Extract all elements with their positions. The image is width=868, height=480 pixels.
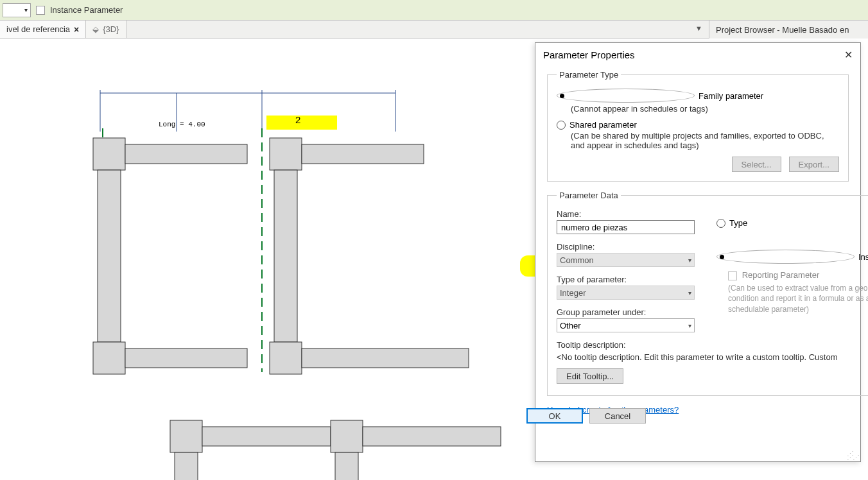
chevron-down-icon: ▾ [688,289,691,296]
svg-rect-18 [175,452,198,480]
discipline-select[interactable]: Common▾ [557,253,695,267]
project-browser-title: Project Browser - Muelle Basado en [716,25,849,35]
chevron-down-icon: ▾ [688,257,691,264]
parameter-type-group: Parameter Type Family parameter (Cannot … [547,70,849,182]
instance-radio[interactable] [716,250,855,264]
view-dropdown-caret[interactable]: ▼ [695,24,702,32]
discipline-value: Common [560,255,594,265]
resize-grip-icon[interactable]: ⋰⋰⋰ [847,452,858,459]
tab-close-icon[interactable]: × [74,24,79,35]
group-value: Other [560,321,581,330]
svg-rect-22 [363,427,501,446]
svg-rect-11 [125,348,247,368]
canvas-count-label: 2 [295,114,300,125]
svg-rect-13 [274,170,297,342]
dialog-title: Parameter Properties [543,49,635,60]
family-parameter-sub: (Cannot appear in schedules or tags) [571,104,839,114]
shared-parameter-label: Shared parameter [569,120,637,130]
svg-rect-20 [331,420,363,452]
select-button[interactable]: Select... [732,157,781,172]
shared-parameter-radio[interactable] [557,121,566,130]
reporting-sub: (Can be used to extract value from a geo… [728,283,868,315]
svg-rect-19 [202,427,331,446]
name-input[interactable] [557,220,695,234]
svg-rect-9 [125,144,247,164]
group-select[interactable]: Other▾ [557,318,695,332]
parameter-type-legend: Parameter Type [557,70,621,80]
tab-label: {3D} [103,24,119,34]
edit-tooltip-button[interactable]: Edit Tooltip... [557,368,623,384]
chevron-down-icon: ▾ [688,322,691,329]
ribbon-bar: ▾ Instance Parameter [0,0,868,21]
ok-button[interactable]: OK [526,408,583,424]
svg-rect-17 [170,420,202,452]
export-button[interactable]: Export... [789,157,839,172]
typeparam-value: Integer [560,288,586,298]
reporting-label: Reporting Parameter [742,270,820,280]
close-icon[interactable]: ✕ [844,49,853,61]
instance-param-label: Instance Parameter [50,5,123,15]
parameter-properties-dialog: Parameter Properties ✕ Parameter Type Fa… [535,42,861,462]
family-parameter-radio[interactable] [557,89,695,103]
dimension-label: Long = 4.00 [159,121,205,128]
type-radio[interactable] [716,219,725,228]
tooltip-desc-label: Tooltip description: [557,340,701,350]
svg-rect-10 [93,342,125,374]
group-label: Group parameter under: [557,307,701,317]
cancel-button[interactable]: Cancel [589,408,646,424]
name-label: Name: [557,209,701,219]
project-browser-panel[interactable]: Project Browser - Muelle Basado en [709,21,868,39]
ribbon-dropdown[interactable]: ▾ [3,3,31,17]
family-parameter-label: Family parameter [699,91,763,101]
svg-rect-15 [270,342,302,374]
svg-rect-7 [93,138,125,170]
svg-rect-21 [335,452,358,480]
tab-ref-level[interactable]: ivel de referencia × [0,21,86,38]
instance-param-checkbox[interactable] [36,6,45,15]
tab-label: ivel de referencia [6,24,70,34]
cube-icon: ⬙ [92,24,99,34]
svg-rect-8 [98,170,121,342]
reporting-checkbox [728,271,737,280]
parameter-data-legend: Parameter Data [557,191,621,200]
shared-parameter-sub: (Can be shared by multiple projects and … [571,131,839,150]
typeparam-select[interactable]: Integer▾ [557,286,695,300]
instance-radio-label: Instance [858,252,868,262]
tooltip-desc-value: <No tooltip description. Edit this param… [557,352,868,362]
tab-3d[interactable]: ⬙ {3D} [86,21,126,38]
type-radio-label: Type [729,218,747,228]
typeparam-label: Type of parameter: [557,275,701,284]
svg-rect-12 [270,138,302,170]
view-tabs: ivel de referencia × ⬙ {3D} ▼ Project Br… [0,21,868,39]
svg-rect-16 [302,348,469,368]
parameter-data-group: Parameter Data Name: Discipline: Common▾… [547,191,868,396]
discipline-label: Discipline: [557,242,701,252]
svg-rect-14 [302,144,424,164]
